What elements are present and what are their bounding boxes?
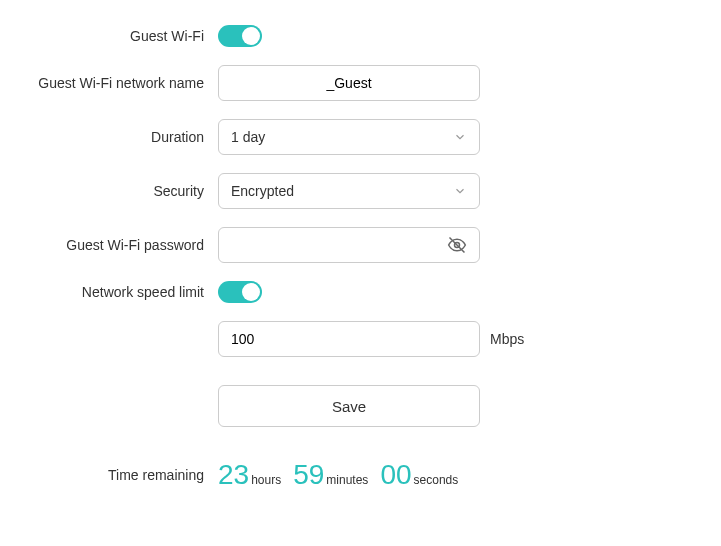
- duration-select[interactable]: 1 day: [218, 119, 480, 155]
- chevron-down-icon: [453, 130, 467, 144]
- duration-value: 1 day: [231, 129, 265, 145]
- countdown-display: 23 hours 59 minutes 00 seconds: [218, 459, 468, 491]
- save-button[interactable]: Save: [218, 385, 480, 427]
- eye-hidden-icon[interactable]: [447, 235, 467, 255]
- guest-wifi-toggle[interactable]: [218, 25, 262, 47]
- hours-value: 23: [218, 459, 249, 491]
- guest-wifi-label: Guest Wi-Fi: [0, 28, 218, 44]
- security-label: Security: [0, 183, 218, 199]
- speed-unit-label: Mbps: [490, 331, 524, 347]
- seconds-value: 00: [380, 459, 411, 491]
- minutes-value: 59: [293, 459, 324, 491]
- time-remaining-label: Time remaining: [0, 467, 218, 483]
- seconds-unit: seconds: [414, 473, 459, 487]
- speed-limit-input[interactable]: [231, 322, 467, 356]
- chevron-down-icon: [453, 184, 467, 198]
- network-name-input[interactable]: [231, 66, 467, 100]
- password-input[interactable]: [231, 228, 467, 262]
- speed-limit-toggle[interactable]: [218, 281, 262, 303]
- hours-unit: hours: [251, 473, 281, 487]
- security-value: Encrypted: [231, 183, 294, 199]
- password-label: Guest Wi-Fi password: [0, 237, 218, 253]
- duration-label: Duration: [0, 129, 218, 145]
- toggle-knob-icon: [242, 283, 260, 301]
- toggle-knob-icon: [242, 27, 260, 45]
- minutes-unit: minutes: [326, 473, 368, 487]
- security-select[interactable]: Encrypted: [218, 173, 480, 209]
- network-name-label: Guest Wi-Fi network name: [0, 75, 218, 91]
- speed-limit-label: Network speed limit: [0, 284, 218, 300]
